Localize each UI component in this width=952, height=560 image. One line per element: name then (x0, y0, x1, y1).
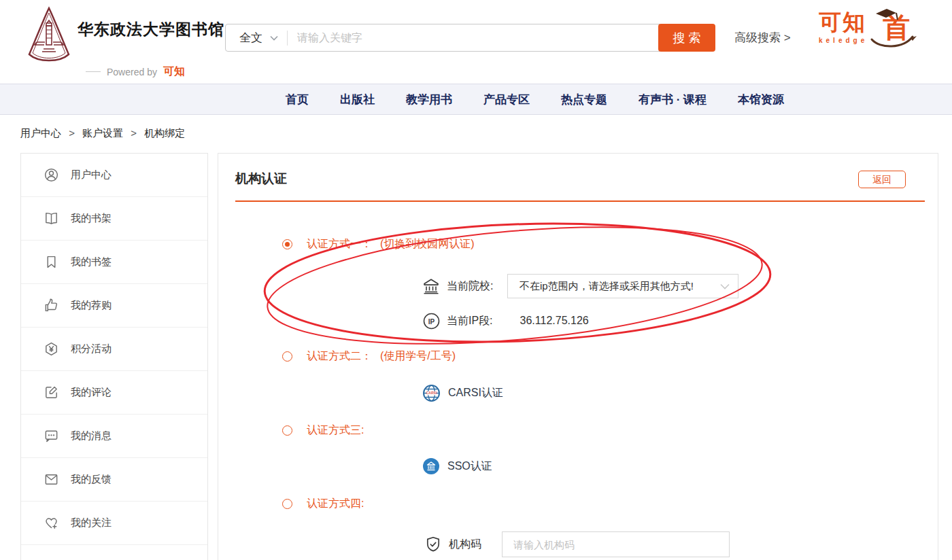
envelope-icon (44, 472, 59, 487)
school-dropdown-value: 不在ip范围内，请选择或采用其他方式! (508, 280, 720, 293)
org-code-row: 机构码 (424, 536, 481, 553)
sidebar-item-user-center[interactable]: 用户中心 (21, 154, 207, 197)
current-ip-value: 36.112.75.126 (520, 315, 589, 327)
svg-text:IP: IP (428, 317, 435, 325)
powered-brand: 可知 (163, 65, 185, 79)
carsi-auth-link[interactable]: CARSI CARSI认证 (422, 383, 503, 402)
sidebar-item-label: 我的书签 (71, 256, 112, 268)
sidebar-item-my-bookshelf[interactable]: 我的书架 (21, 197, 207, 241)
user-circle-icon (44, 167, 59, 183)
nav-item-publishers[interactable]: 出版社 (340, 92, 375, 107)
breadcrumb-separator: > (69, 127, 75, 139)
carsi-globe-icon: CARSI (422, 384, 441, 402)
page-header: 华东政法大学图书馆 Powered by 可知 全文 搜 索 高级搜索 > 可知… (0, 0, 952, 84)
sidebar-item-my-recommendations[interactable]: 我的荐购 (21, 284, 207, 328)
sidebar-item-my-messages[interactable]: 我的消息 (21, 415, 207, 458)
auth-method-3-radio[interactable] (282, 425, 292, 436)
heart-plus-icon (44, 515, 59, 531)
auth-method-1-radio[interactable] (282, 239, 292, 249)
nav-item-library-resources[interactable]: 本馆资源 (738, 92, 784, 107)
keledge-logo-glyph-icon: 首 (868, 7, 921, 52)
ip-circle-icon: IP (423, 313, 440, 330)
sidebar-item-my-follows[interactable]: 我的关注 (21, 502, 207, 545)
powered-by: Powered by 可知 (86, 65, 185, 79)
sso-auth-link[interactable]: SSO认证 (422, 457, 492, 475)
sso-bank-icon (422, 457, 440, 475)
current-ip-row: IP 当前IP段: 36.112.75.126 (423, 312, 589, 330)
sidebar-item-my-comments[interactable]: 我的评论 (21, 371, 207, 415)
sidebar-item-my-bookmarks[interactable]: 我的书签 (21, 241, 207, 284)
auth-method-4-row: 认证方式四: (282, 495, 372, 512)
auth-method-1-row: 认证方式一： (切换到校园网认证) (282, 235, 475, 253)
title-divider (235, 200, 925, 202)
sidebar: 用户中心 我的书架 我的书签 我的荐购 积分活动 我的评论 (20, 153, 208, 560)
powered-dash (86, 71, 101, 72)
keledge-logo-text: 可知 (819, 7, 868, 38)
auth-method-1-note[interactable]: (切换到校园网认证) (380, 237, 475, 251)
breadcrumb: 用户中心 > 账户设置 > 机构绑定 (20, 127, 185, 140)
shield-check-icon (424, 536, 442, 553)
org-code-label: 机构码 (449, 538, 481, 552)
open-book-icon (44, 211, 59, 226)
sidebar-item-label: 我的关注 (71, 517, 112, 529)
auth-method-2-note: (使用学号/工号) (380, 349, 456, 364)
sidebar-item-points-activity[interactable]: 积分活动 (21, 328, 207, 371)
bank-icon (422, 277, 440, 295)
auth-method-1-label: 认证方式一： (307, 237, 372, 251)
breadcrumb-user-center[interactable]: 用户中心 (20, 127, 61, 139)
search-input[interactable] (288, 24, 660, 51)
school-dropdown[interactable]: 不在ip范围内，请选择或采用其他方式! (507, 274, 738, 298)
auth-method-4-label: 认证方式四: (307, 497, 364, 511)
message-bubble-icon (44, 428, 59, 444)
nav-item-product-zone[interactable]: 产品专区 (483, 92, 530, 107)
breadcrumb-separator: > (131, 127, 137, 139)
auth-method-2-row: 认证方式二： (使用学号/工号) (282, 347, 456, 365)
edit-square-icon (44, 385, 59, 400)
sidebar-item-label: 我的荐购 (71, 299, 112, 312)
keledge-logo[interactable]: 可知 keledge 首 (819, 7, 938, 60)
nav-item-textbooks[interactable]: 教学用书 (406, 92, 452, 107)
chevron-down-icon (270, 35, 278, 41)
current-school-label: 当前院校: (447, 279, 493, 294)
sidebar-item-label: 我的评论 (71, 386, 112, 399)
org-code-input[interactable] (502, 531, 730, 557)
page-title: 机构认证 (235, 170, 287, 188)
sidebar-item-label: 我的书架 (71, 212, 112, 225)
auth-method-2-label: 认证方式二： (307, 349, 372, 364)
auth-method-2-radio[interactable] (282, 351, 292, 362)
chevron-down-icon (720, 283, 730, 290)
search-bar: 全文 搜 索 (225, 24, 715, 52)
main-nav: 首页 出版社 教学用书 产品专区 热点专题 有声书 · 课程 本馆资源 (0, 84, 952, 115)
advanced-search-link[interactable]: 高级搜索 > (734, 24, 791, 52)
breadcrumb-org-binding[interactable]: 机构绑定 (144, 127, 185, 139)
nav-item-home[interactable]: 首页 (286, 92, 309, 107)
powered-prefix: Powered by (107, 67, 157, 77)
sidebar-item-label: 用户中心 (71, 169, 112, 181)
search-button[interactable]: 搜 索 (658, 24, 715, 52)
site-title: 华东政法大学图书馆 (78, 19, 224, 40)
sidebar-item-label: 我的消息 (71, 430, 112, 442)
nav-item-hot-topics[interactable]: 热点专题 (561, 92, 607, 107)
svg-text:CARSI: CARSI (426, 391, 437, 395)
sidebar-item-label: 我的反馈 (71, 473, 112, 486)
auth-method-4-radio[interactable] (282, 499, 292, 509)
nav-item-audiobooks-courses[interactable]: 有声书 · 课程 (639, 92, 707, 107)
auth-method-3-row: 认证方式三: (282, 421, 372, 439)
breadcrumb-account-settings[interactable]: 账户设置 (82, 127, 123, 139)
sso-auth-label: SSO认证 (447, 459, 492, 474)
sidebar-item-my-feedback[interactable]: 我的反馈 (21, 458, 207, 502)
search-box: 全文 (225, 24, 660, 52)
thumbs-up-icon (44, 298, 59, 313)
carsi-auth-label: CARSI认证 (448, 386, 503, 400)
sidebar-item-label: 积分活动 (71, 343, 112, 355)
current-school-row: 当前院校: (422, 277, 493, 295)
auth-method-3-label: 认证方式三: (307, 423, 364, 438)
bookmark-icon (44, 254, 59, 270)
search-scope-select[interactable]: 全文 (226, 24, 287, 51)
search-scope-value: 全文 (239, 30, 262, 46)
back-button[interactable]: 返回 (858, 171, 906, 188)
current-ip-label: 当前IP段: (447, 314, 493, 328)
keledge-logo-subtext: keledge (819, 37, 868, 44)
university-crest-icon (24, 5, 73, 68)
yuan-coin-icon (44, 341, 59, 357)
